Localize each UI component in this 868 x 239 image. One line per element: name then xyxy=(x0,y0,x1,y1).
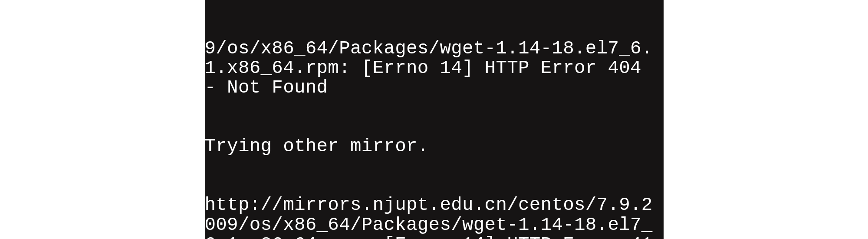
terminal-line: 9/os/x86_64/Packages/wget-1.14-18.el7_6.… xyxy=(205,39,664,98)
terminal-line: Trying other mirror. xyxy=(205,137,664,156)
terminal-output[interactable]: 9/os/x86_64/Packages/wget-1.14-18.el7_6.… xyxy=(205,0,664,239)
terminal-line: http://mirrors.njupt.edu.cn/centos/7.9.2… xyxy=(205,196,664,239)
